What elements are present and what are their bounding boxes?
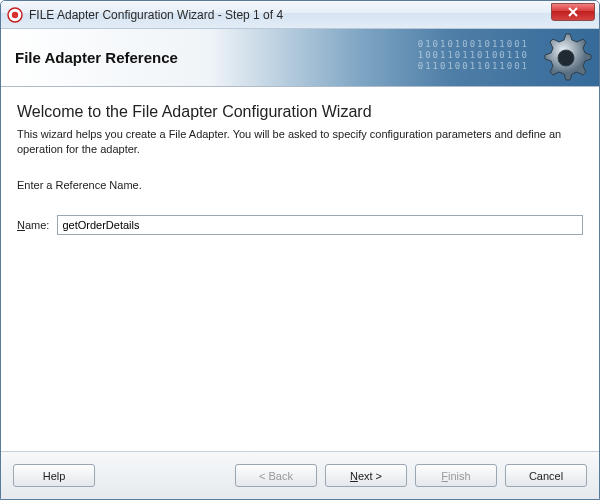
name-input[interactable]	[57, 215, 583, 235]
window-title: FILE Adapter Configuration Wizard - Step…	[29, 8, 551, 22]
title-bar: FILE Adapter Configuration Wizard - Step…	[1, 1, 599, 29]
finish-button: Finish	[415, 464, 497, 487]
gear-icon	[539, 31, 593, 87]
cancel-button[interactable]: Cancel	[505, 464, 587, 487]
wizard-description: This wizard helps you create a File Adap…	[17, 127, 583, 157]
wizard-banner: File Adapter Reference 01010100101100110…	[1, 29, 599, 87]
wizard-footer: Help < Back Next > Finish Cancel	[1, 451, 599, 499]
svg-point-1	[12, 11, 18, 17]
name-field-row: Name:	[17, 215, 583, 235]
reference-name-prompt: Enter a Reference Name.	[17, 179, 583, 191]
name-label: Name:	[17, 219, 49, 231]
next-button[interactable]: Next >	[325, 464, 407, 487]
svg-point-4	[558, 50, 574, 66]
banner-title: File Adapter Reference	[15, 49, 178, 66]
banner-decoration: 0101010010110011001101101001100110100110…	[418, 39, 529, 72]
app-icon	[7, 7, 23, 23]
wizard-content: Welcome to the File Adapter Configuratio…	[1, 87, 599, 451]
help-button[interactable]: Help	[13, 464, 95, 487]
window-close-button[interactable]	[551, 3, 595, 21]
back-button: < Back	[235, 464, 317, 487]
welcome-heading: Welcome to the File Adapter Configuratio…	[17, 103, 583, 121]
